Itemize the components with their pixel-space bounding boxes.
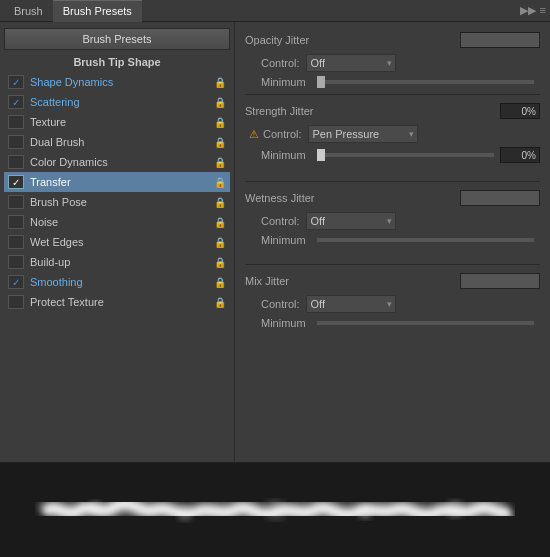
main-layout: Brush Presets Brush Tip Shape ✓ Shape Dy… [0,22,550,462]
checkbox-wet-edges[interactable] [8,235,24,249]
control-off-select[interactable]: Off Fade Pen Pressure Pen Tilt [306,54,396,72]
control-pen-select[interactable]: Pen Pressure Off Fade Pen Tilt [308,125,418,143]
lock-icon: 🔒 [214,257,226,268]
lock-icon: 🔒 [214,217,226,228]
control-off-row-2: Control: Off Fade Pen Pressure [245,212,540,230]
control-off-select-wrapper-2: Off Fade Pen Pressure [306,212,396,230]
lock-icon: 🔒 [214,157,226,168]
header-tabs: Brush Brush Presets ▶▶ ≡ [0,0,550,22]
checkbox-dual-brush[interactable] [8,135,24,149]
item-label-color-dynamics: Color Dynamics [30,156,214,168]
warning-icon: ⚠ [249,128,259,141]
slider-track-3[interactable] [317,238,534,242]
checkbox-build-up[interactable] [8,255,24,269]
mix-jitter-row: Mix Jitter [245,271,540,291]
item-label-dual-brush: Dual Brush [30,136,214,148]
list-item[interactable]: Noise 🔒 [4,212,230,232]
minimum-label-2: Minimum [261,149,311,161]
mix-jitter-label: Mix Jitter [245,275,460,287]
control-off-row-3: Control: Off Fade Pen Pressure [245,295,540,313]
mix-jitter-value [460,273,540,289]
svg-point-3 [358,505,372,519]
brush-presets-button[interactable]: Brush Presets [4,28,230,50]
item-label-protect-texture: Protect Texture [30,296,214,308]
list-item[interactable]: Protect Texture 🔒 [4,292,230,312]
checkbox-shape-dynamics[interactable]: ✓ [8,75,24,89]
checkbox-transfer[interactable]: ✓ [8,175,24,189]
opacity-jitter-label: Opacity Jitter [245,34,460,46]
list-item[interactable]: Build-up 🔒 [4,252,230,272]
item-label-scattering: Scattering [30,96,214,108]
tab-brush-presets[interactable]: Brush Presets [53,0,142,22]
lock-icon: 🔒 [214,297,226,308]
item-label-transfer: Transfer [30,176,214,188]
list-item[interactable]: Wet Edges 🔒 [4,232,230,252]
item-label-texture: Texture [30,116,214,128]
gap-2 [245,250,540,258]
list-item[interactable]: ✓ Scattering 🔒 [4,92,230,112]
checkbox-scattering[interactable]: ✓ [8,95,24,109]
minimum-label-1: Minimum [261,76,311,88]
list-item[interactable]: ✓ Transfer 🔒 [4,172,230,192]
opacity-jitter-row: Opacity Jitter [245,30,540,50]
list-item[interactable]: ✓ Shape Dynamics 🔒 [4,72,230,92]
control-label-3: Control: [261,215,300,227]
checkbox-brush-pose[interactable] [8,195,24,209]
menu-icon[interactable]: ≡ [540,4,546,17]
strength-jitter-label: Strength Jitter [245,105,500,117]
minimum-label-3: Minimum [261,234,311,246]
minimum-slider-row-1: Minimum [245,76,540,88]
brush-stroke-preview [35,485,515,535]
checkbox-texture[interactable] [8,115,24,129]
tab-brush[interactable]: Brush [4,0,53,22]
strength-jitter-value: 0% [500,103,540,119]
item-label-build-up: Build-up [30,256,214,268]
lock-icon: 🔒 [214,197,226,208]
minimum-label-4: Minimum [261,317,311,329]
strength-jitter-row: Strength Jitter 0% [245,101,540,121]
slider-track-4[interactable] [317,321,534,325]
expand-icon[interactable]: ▶▶ [520,4,536,17]
divider-1 [245,94,540,95]
lock-icon: 🔒 [214,237,226,248]
svg-point-2 [265,500,285,520]
minimum-slider-row-3: Minimum [245,234,540,246]
lock-icon: 🔒 [214,137,226,148]
brush-list: ✓ Shape Dynamics 🔒 ✓ Scattering 🔒 Textur… [4,72,230,312]
control-off-select-wrapper-3: Off Fade Pen Pressure [306,295,396,313]
control-label-4: Control: [261,298,300,310]
svg-point-4 [446,500,464,518]
list-item[interactable]: ✓ Smoothing 🔒 [4,272,230,292]
control-off-select-3[interactable]: Off Fade Pen Pressure [306,295,396,313]
control-off-row: Control: Off Fade Pen Pressure Pen Tilt [245,54,540,72]
checkbox-noise[interactable] [8,215,24,229]
brush-tip-shape-header: Brush Tip Shape [4,56,230,68]
slider-track-1[interactable] [317,80,534,84]
list-item[interactable]: Dual Brush 🔒 [4,132,230,152]
gap-1 [245,167,540,175]
list-item[interactable]: Brush Pose 🔒 [4,192,230,212]
control-label-1: Control: [261,57,300,69]
minimum-slider-row-4: Minimum [245,317,540,329]
checkbox-smoothing[interactable]: ✓ [8,275,24,289]
list-item[interactable]: Color Dynamics 🔒 [4,152,230,172]
divider-3 [245,264,540,265]
list-item[interactable]: Texture 🔒 [4,112,230,132]
lock-icon: 🔒 [214,177,226,188]
item-label-noise: Noise [30,216,214,228]
wetness-jitter-value [460,190,540,206]
control-label-2: Control: [263,128,302,140]
svg-point-1 [177,505,193,521]
checkbox-color-dynamics[interactable] [8,155,24,169]
control-off-select-2[interactable]: Off Fade Pen Pressure [306,212,396,230]
opacity-jitter-value [460,32,540,48]
control-pen-row: ⚠ Control: Pen Pressure Off Fade Pen Til… [245,125,540,143]
minimum-slider-row-2: Minimum 0% [245,147,540,163]
lock-icon: 🔒 [214,97,226,108]
wetness-jitter-label: Wetness Jitter [245,192,460,204]
right-panel: Opacity Jitter Control: Off Fade Pen Pre… [235,22,550,462]
slider-track-2[interactable] [317,153,494,157]
svg-point-0 [89,501,101,513]
control-pen-select-wrapper: Pen Pressure Off Fade Pen Tilt [308,125,418,143]
checkbox-protect-texture[interactable] [8,295,24,309]
